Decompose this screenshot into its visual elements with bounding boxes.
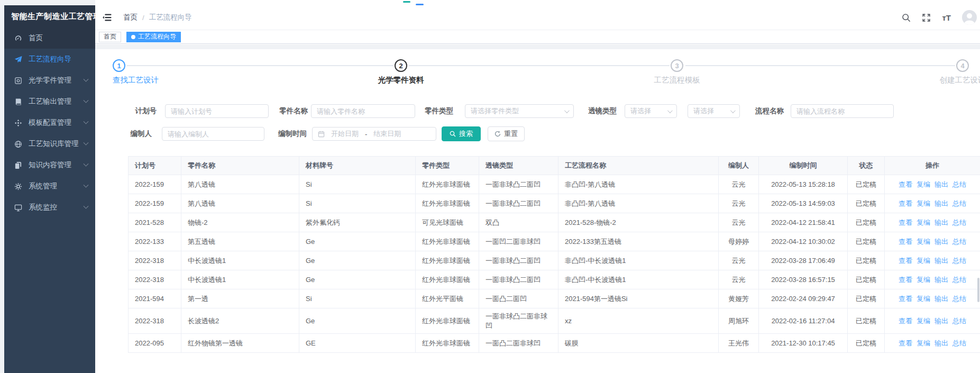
- cell: 已定稿: [848, 270, 885, 289]
- cell: 已定稿: [848, 289, 885, 308]
- fullscreen-icon[interactable]: [922, 13, 931, 22]
- action-summary[interactable]: 总结: [952, 276, 966, 284]
- search-icon[interactable]: [902, 13, 911, 22]
- chevron-down-icon: [84, 203, 89, 208]
- step-label: 创建工艺设计: [940, 75, 980, 85]
- reset-button[interactable]: 重置: [488, 126, 525, 141]
- lens-type-select-2[interactable]: 请选择: [688, 104, 740, 118]
- action-summary[interactable]: 总结: [952, 339, 966, 347]
- calendar-icon: [318, 131, 325, 138]
- cell: 已定稿: [848, 213, 885, 232]
- action-view[interactable]: 查看: [899, 199, 912, 207]
- cell: Ge: [299, 251, 416, 270]
- sidebar-item-system-admin[interactable]: 系统管理: [4, 176, 95, 197]
- sidebar-item-knowledge-base[interactable]: 工艺知识库管理: [4, 133, 95, 154]
- sidebar-item-system-monitor[interactable]: 系统监控: [4, 197, 95, 218]
- action-export[interactable]: 输出: [935, 317, 948, 325]
- action-recompile[interactable]: 复编: [917, 238, 930, 245]
- cell: 2022-318: [129, 270, 181, 289]
- breadcrumb-current: 工艺流程向导: [149, 13, 192, 22]
- sidebar-item-home[interactable]: 首页: [4, 28, 95, 49]
- cell: 2022-04-12 21:58:41: [759, 213, 848, 232]
- action-view[interactable]: 查看: [899, 276, 912, 284]
- sidebar-item-optical-parts[interactable]: 光学零件管理: [4, 70, 95, 91]
- action-summary[interactable]: 总结: [952, 199, 966, 207]
- action-summary[interactable]: 总结: [952, 317, 966, 325]
- action-recompile[interactable]: 复编: [917, 199, 930, 207]
- action-export[interactable]: 输出: [935, 295, 948, 303]
- action-view[interactable]: 查看: [899, 219, 912, 226]
- action-export[interactable]: 输出: [935, 257, 948, 265]
- tab-home[interactable]: 首页: [99, 32, 121, 42]
- action-summary[interactable]: 总结: [952, 295, 966, 303]
- action-export[interactable]: 输出: [935, 180, 948, 188]
- table-row: 2022-318中长波透镜1Ge红外光非球面镜一面非球凸二面凹非凸凹-中长波透镜…: [129, 270, 980, 289]
- dashboard-icon: [14, 34, 22, 42]
- breadcrumb: 首页 / 工艺流程向导: [123, 13, 192, 22]
- breadcrumb-home[interactable]: 首页: [123, 13, 138, 22]
- cell: 2022-159: [129, 175, 181, 194]
- font-size-icon[interactable]: тT: [942, 13, 951, 22]
- action-export[interactable]: 输出: [935, 238, 948, 245]
- table-row: 2022-095红外物镜第一透镜GE红外光非球面镜一面凸二面非球凹碳膜王光伟20…: [129, 334, 980, 353]
- action-recompile[interactable]: 复编: [917, 339, 930, 347]
- scrollbar-thumb[interactable]: [977, 278, 979, 302]
- sidebar: 智能生产制造业工艺管理 首页工艺流程向导光学零件管理工艺输出管理模板配置管理工艺…: [4, 5, 95, 373]
- action-view[interactable]: 查看: [899, 257, 912, 265]
- menu-collapse-icon[interactable]: [103, 13, 112, 22]
- action-summary[interactable]: 总结: [952, 238, 966, 245]
- sidebar-item-process-output[interactable]: 工艺输出管理: [4, 91, 95, 112]
- plan-no-input[interactable]: [165, 104, 269, 118]
- sidebar-item-knowledge-content[interactable]: 知识内容管理: [4, 154, 95, 176]
- action-summary[interactable]: 总结: [952, 219, 966, 226]
- cell: 周旭环: [719, 308, 759, 334]
- action-export[interactable]: 输出: [935, 199, 948, 207]
- action-recompile[interactable]: 复编: [917, 317, 930, 325]
- action-recompile[interactable]: 复编: [917, 276, 930, 284]
- chevron-down-icon: [84, 76, 89, 81]
- flow-name-input[interactable]: [791, 104, 894, 118]
- column-header: 操作: [885, 157, 980, 175]
- action-summary[interactable]: 总结: [952, 257, 966, 265]
- action-recompile[interactable]: 复编: [917, 295, 930, 303]
- search-button[interactable]: 搜索: [442, 126, 481, 141]
- action-summary[interactable]: 总结: [952, 180, 966, 188]
- cell: 红外物镜第一透镜: [181, 334, 299, 353]
- step-number: 3: [671, 59, 683, 72]
- sidebar-item-process-wizard[interactable]: 工艺流程向导: [4, 49, 95, 70]
- cell: 长波透镜2: [181, 308, 299, 334]
- filter-label-plan-no: 计划号: [116, 104, 157, 118]
- author-input[interactable]: [162, 127, 264, 141]
- cell: 2021-528: [129, 213, 181, 232]
- tab-process-wizard[interactable]: 工艺流程向导: [126, 32, 181, 42]
- content-gap: [95, 44, 980, 49]
- user-avatar[interactable]: [962, 10, 977, 25]
- action-view[interactable]: 查看: [899, 339, 912, 347]
- lens-type-select-1[interactable]: 请选择: [625, 104, 677, 118]
- action-view[interactable]: 查看: [899, 295, 912, 303]
- action-export[interactable]: 输出: [935, 219, 948, 226]
- cell: 中长波透镜1: [181, 270, 299, 289]
- cell: 2022-159: [129, 194, 181, 213]
- topbar: 首页 / 工艺流程向导 тT: [95, 5, 980, 30]
- column-header: 工艺流程名称: [558, 157, 719, 175]
- action-recompile[interactable]: 复编: [917, 180, 930, 188]
- action-recompile[interactable]: 复编: [917, 257, 930, 265]
- action-view[interactable]: 查看: [899, 317, 912, 325]
- cell: 已定稿: [848, 308, 885, 334]
- breadcrumb-separator: /: [142, 14, 144, 22]
- progress-dash-teal: [403, 1, 410, 3]
- part-type-select[interactable]: 请选择零件类型: [465, 104, 574, 118]
- action-recompile[interactable]: 复编: [917, 219, 930, 226]
- refresh-icon: [494, 131, 501, 137]
- cell: 一面凸二面非球凹: [479, 334, 558, 353]
- action-export[interactable]: 输出: [935, 276, 948, 284]
- action-view[interactable]: 查看: [899, 238, 912, 245]
- action-view[interactable]: 查看: [899, 180, 912, 188]
- table-row: 2021-528物镜-2紫外氟化钙可见光球面镜双凸2021-528-物镜-2云光…: [129, 213, 980, 232]
- date-range-input[interactable]: 开始日期 - 结束日期: [312, 127, 436, 141]
- sidebar-item-template-config[interactable]: 模板配置管理: [4, 112, 95, 133]
- part-name-input[interactable]: [311, 104, 415, 118]
- action-export[interactable]: 输出: [935, 339, 948, 347]
- cell: 2021-528-物镜-2: [558, 213, 719, 232]
